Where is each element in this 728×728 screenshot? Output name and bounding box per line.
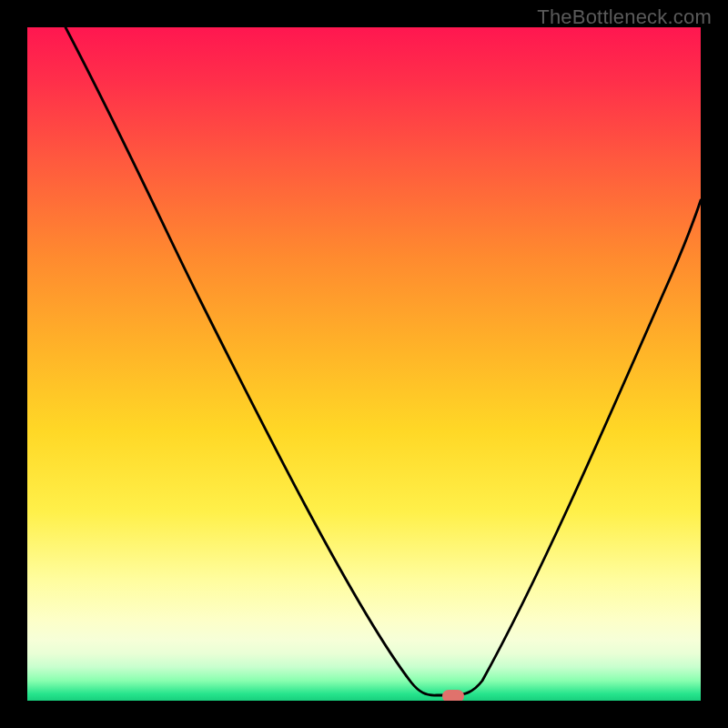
chart-frame: TheBottleneck.com <box>0 0 728 728</box>
watermark-text: TheBottleneck.com <box>537 5 712 29</box>
plot-area <box>27 27 701 701</box>
bottleneck-curve-path <box>66 27 701 695</box>
bottleneck-curve-svg <box>27 27 701 701</box>
optimal-point-marker <box>442 690 464 701</box>
